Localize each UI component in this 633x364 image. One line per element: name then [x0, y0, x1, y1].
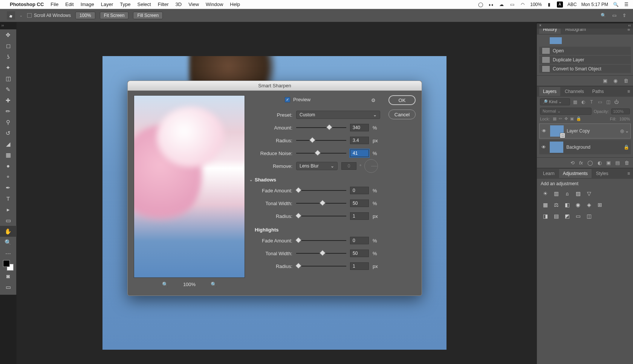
radius-input[interactable]	[350, 137, 369, 144]
fx-icon[interactable]: fx	[579, 160, 583, 166]
app-status-icon[interactable]: ◯	[477, 2, 483, 8]
panel-grabber-icon[interactable]: ››	[0, 23, 5, 29]
cancel-button[interactable]: Cancel	[388, 110, 416, 119]
history-item[interactable]: Duplicate Layer	[539, 56, 631, 64]
hand-tool[interactable]: ✋	[0, 226, 17, 237]
bw-icon[interactable]: ◧	[563, 201, 572, 209]
airplay-icon[interactable]: ▭	[509, 2, 515, 8]
menu-file[interactable]: File	[50, 2, 58, 7]
preset-select[interactable]: Custom ⌄	[296, 111, 380, 119]
menu-view[interactable]: View	[188, 2, 199, 7]
lock-position-icon[interactable]: ✥	[564, 116, 568, 121]
shadows-radius-input[interactable]	[350, 212, 369, 220]
menu-3d[interactable]: 3D	[176, 2, 182, 7]
highlights-tonal-input[interactable]	[350, 250, 369, 257]
blur-tool[interactable]: ●	[0, 160, 17, 171]
type-tool[interactable]: T	[0, 193, 17, 204]
more-tools-icon[interactable]: ⋯	[0, 248, 17, 259]
adjustment-layer-icon[interactable]: ◐	[598, 160, 602, 166]
link-layers-icon[interactable]: ⟲	[570, 160, 575, 166]
filter-shape-icon[interactable]: ▭	[596, 99, 603, 105]
trash-icon[interactable]: 🗑	[624, 78, 628, 84]
lock-artboard-icon[interactable]: ▣	[570, 116, 574, 121]
screen-mode-icon[interactable]: ▭	[612, 13, 616, 18]
input-source-label[interactable]: ABC	[567, 2, 577, 7]
remove-select[interactable]: Lens Blur ⌄	[296, 162, 338, 170]
highlights-section-header[interactable]: ⌄ Highlights	[249, 227, 380, 233]
gradient-tool[interactable]: ▦	[0, 149, 17, 160]
menu-extras-icon[interactable]: ☰	[623, 2, 629, 8]
radius-slider[interactable]	[296, 137, 346, 144]
history-snapshot[interactable]	[539, 36, 631, 45]
layer-row[interactable]: 👁 ◫ Layer Copy ◎ ⌄	[539, 123, 631, 139]
eraser-tool[interactable]: ◢	[0, 139, 17, 149]
move-tool[interactable]: ✥	[0, 29, 17, 40]
reduce-noise-slider[interactable]	[296, 150, 346, 157]
filter-type-icon[interactable]: T	[588, 99, 595, 105]
color-lookup-icon[interactable]: ⊞	[595, 201, 604, 209]
channel-mixer-icon[interactable]: ◈	[584, 201, 593, 209]
menu-type[interactable]: Type	[120, 2, 130, 7]
eyedropper-tool[interactable]: ✎	[0, 84, 17, 95]
filter-pixel-icon[interactable]: ▦	[572, 99, 578, 105]
visibility-icon[interactable]: 👁	[541, 145, 547, 150]
layer-row[interactable]: 👁 Background 🔒	[539, 140, 631, 154]
highlights-fade-input[interactable]	[350, 237, 369, 244]
camera-icon[interactable]: ◉	[613, 78, 618, 84]
history-item[interactable]: Open	[539, 47, 631, 55]
shadows-fade-input[interactable]	[350, 187, 369, 194]
exposure-icon[interactable]: ▨	[573, 189, 583, 198]
shadows-radius-slider[interactable]	[296, 213, 346, 219]
history-item[interactable]: Convert to Smart Object	[539, 65, 631, 73]
screen-mode-tool-icon[interactable]: ▭	[0, 282, 17, 292]
menu-edit[interactable]: Edit	[65, 2, 73, 7]
tab-layers[interactable]: Layers	[539, 87, 560, 96]
highlights-radius-slider[interactable]	[296, 263, 346, 270]
app-name[interactable]: Photoshop CC	[10, 2, 44, 7]
vibrance-icon[interactable]: ▽	[584, 189, 593, 198]
tab-learn[interactable]: Learn	[539, 169, 558, 178]
foreground-color-swatch[interactable]	[3, 260, 10, 267]
threshold-icon[interactable]: ◩	[563, 212, 572, 220]
battery-icon[interactable]: ▮	[546, 2, 552, 8]
menu-layer[interactable]: Layer	[101, 2, 113, 7]
panel-menu-icon[interactable]: ≡	[627, 89, 630, 94]
blend-mode-select[interactable]: Normal ⌄	[540, 108, 592, 115]
filter-adjust-icon[interactable]: ◐	[580, 99, 587, 105]
zoom-tool[interactable]: 🔍	[0, 237, 17, 248]
lock-transparency-icon[interactable]: ▦	[553, 116, 557, 121]
invert-icon[interactable]: ◨	[541, 212, 550, 220]
hue-icon[interactable]: ▦	[541, 201, 550, 209]
crop-tool[interactable]: ◫	[0, 73, 17, 84]
amount-slider[interactable]	[296, 124, 346, 131]
menu-window[interactable]: Window	[206, 2, 223, 7]
filter-smart-icon[interactable]: ◫	[605, 99, 612, 105]
fit-screen-button[interactable]: Fit Screen	[100, 12, 129, 19]
fill-input[interactable]: 100%	[619, 117, 630, 121]
mask-icon[interactable]: ◯	[587, 160, 593, 166]
smart-filters-icon[interactable]: ◎ ⌄	[620, 128, 629, 134]
group-icon[interactable]: ▣	[606, 160, 611, 166]
layer-kind-filter[interactable]: 🔎 Kind ⌄	[540, 98, 570, 105]
lasso-tool[interactable]: ʖ	[0, 51, 17, 62]
zoom-in-icon[interactable]: 🔍	[211, 282, 217, 287]
remove-angle-input[interactable]	[341, 162, 356, 170]
pen-tool[interactable]: ✒	[0, 182, 17, 193]
zoom-out-icon[interactable]: 🔍	[162, 282, 168, 287]
brightness-icon[interactable]: ☀	[541, 189, 550, 198]
selective-color-icon[interactable]: ◫	[584, 212, 593, 220]
color-swatches[interactable]	[3, 260, 14, 271]
reduce-noise-input[interactable]	[350, 149, 369, 157]
photo-filter-icon[interactable]: ◉	[573, 201, 583, 209]
tab-styles[interactable]: Styles	[592, 169, 612, 178]
menu-filter[interactable]: Filter	[158, 2, 169, 7]
tool-options-chevron-icon[interactable]: ⌄	[20, 14, 23, 17]
shadows-fade-slider[interactable]	[296, 187, 346, 194]
menu-image[interactable]: Image	[81, 2, 94, 7]
dialog-settings-icon[interactable]: ⚙	[371, 97, 376, 103]
tab-adjustments[interactable]: Adjustments	[559, 169, 592, 178]
layer-thumbnail[interactable]: ◫	[550, 125, 564, 137]
marquee-tool[interactable]: ◻	[0, 40, 17, 51]
visibility-icon[interactable]: 👁	[541, 128, 547, 134]
lock-pixels-icon[interactable]: ✏	[559, 116, 562, 121]
